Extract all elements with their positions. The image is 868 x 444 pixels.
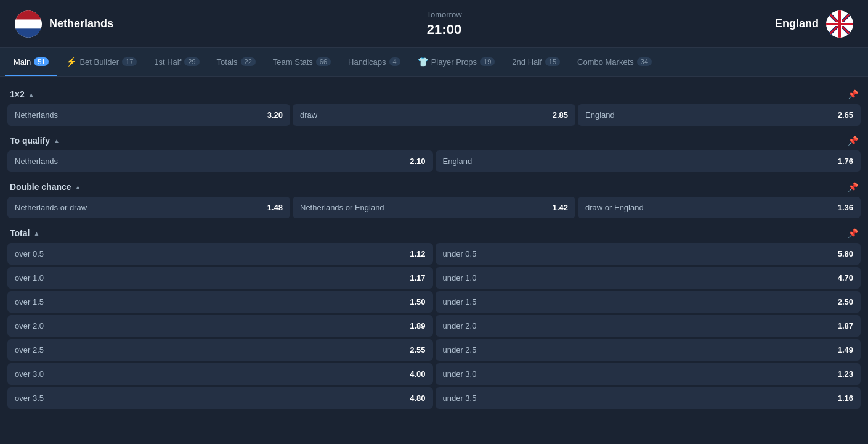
bet-nl-or-england[interactable]: Netherlands or England 1.42 — [293, 197, 575, 218]
tab-player-props-count: 19 — [480, 57, 495, 66]
svg-rect-3 — [15, 19, 42, 28]
tab-player-props[interactable]: 👕 Player Props 19 — [409, 48, 504, 76]
match-time-value: 21:00 — [426, 22, 461, 38]
tab-totals-label: Totals — [217, 57, 238, 67]
section-1x2-pin[interactable]: 📌 — [848, 89, 858, 99]
tab-main[interactable]: Main 51 — [5, 49, 57, 76]
section-qualify-title: To qualify ▲ — [10, 136, 60, 146]
section-double-chance-header: Double chance ▲ 📌 — [7, 175, 861, 197]
bet-over0.5[interactable]: over 0.5 1.12 — [7, 243, 433, 265]
bet-over1.0[interactable]: over 1.0 1.17 — [7, 267, 433, 289]
qualify-bet-row: Netherlands 2.10 England 1.76 — [7, 150, 861, 172]
tab-handicaps-count: 4 — [389, 57, 400, 66]
tab-handicaps[interactable]: Handicaps 4 — [339, 49, 409, 76]
bet-over3.5[interactable]: over 3.5 4.80 — [7, 387, 433, 409]
tab-bet-builder[interactable]: ⚡ Bet Builder 17 — [57, 48, 145, 76]
tab-2nd-half[interactable]: 2nd Half 15 — [503, 49, 569, 76]
tab-totals[interactable]: Totals 22 — [208, 49, 264, 76]
total-row-6: over 3.5 4.80 under 3.5 1.16 — [7, 387, 861, 409]
bet-under2.5[interactable]: under 2.5 1.49 — [436, 339, 861, 361]
tab-main-count: 51 — [34, 57, 49, 66]
tab-main-label: Main — [14, 57, 31, 67]
tabs-bar: Main 51 ⚡ Bet Builder 17 1st Half 29 Tot… — [0, 48, 868, 77]
bet-under0.5[interactable]: under 0.5 5.80 — [436, 243, 861, 265]
total-row-5: over 3.0 4.00 under 3.0 1.23 — [7, 363, 861, 385]
bet-builder-icon: ⚡ — [66, 57, 76, 67]
netherlands-flag — [15, 10, 42, 38]
match-header: Netherlands Tomorrow 21:00 — [0, 0, 868, 48]
tab-1st-half-label: 1st Half — [154, 57, 181, 67]
tab-team-stats[interactable]: Team Stats 66 — [264, 49, 339, 76]
1x2-bet-row: Netherlands 3.20 draw 2.85 England 2.65 — [7, 104, 861, 126]
team-away-block: England — [775, 10, 853, 38]
tab-combo-markets-count: 34 — [637, 57, 652, 66]
section-total-header: Total ▲ 📌 — [7, 221, 861, 243]
tab-1st-half[interactable]: 1st Half 29 — [145, 49, 208, 76]
section-1x2-title: 1×2 ▲ — [10, 89, 34, 99]
tab-player-props-label: Player Props — [431, 57, 477, 67]
svg-rect-17 — [826, 23, 853, 25]
player-props-icon: 👕 — [418, 57, 428, 67]
bet-netherlands-1x2[interactable]: Netherlands 3.20 — [7, 104, 290, 126]
bet-england-qualify[interactable]: England 1.76 — [436, 150, 861, 172]
total-row-2: over 1.5 1.50 under 1.5 2.50 — [7, 291, 861, 313]
total-row-0: over 0.5 1.12 under 0.5 5.80 — [7, 243, 861, 265]
section-1x2-header: 1×2 ▲ 📌 — [7, 82, 861, 104]
tab-combo-markets-label: Combo Markets — [577, 57, 634, 67]
tab-totals-count: 22 — [241, 57, 256, 66]
main-content: 1×2 ▲ 📌 Netherlands 3.20 draw 2.85 Engla… — [0, 77, 868, 416]
match-time-block: Tomorrow 21:00 — [426, 10, 461, 38]
tab-team-stats-label: Team Stats — [273, 57, 313, 67]
bet-under1.0[interactable]: under 1.0 4.70 — [436, 267, 861, 289]
total-rows-container: over 0.5 1.12 under 0.5 5.80 over 1.0 1.… — [7, 243, 861, 409]
bet-under1.5[interactable]: under 1.5 2.50 — [436, 291, 861, 313]
section-1x2-arrow: ▲ — [28, 91, 34, 98]
section-double-chance-arrow: ▲ — [75, 184, 81, 191]
bet-under3.5[interactable]: under 3.5 1.16 — [436, 387, 861, 409]
section-qualify-header: To qualify ▲ 📌 — [7, 128, 861, 150]
svg-rect-4 — [15, 28, 42, 38]
bet-under3.0[interactable]: under 3.0 1.23 — [436, 363, 861, 385]
team-home-name: Netherlands — [49, 17, 113, 30]
tab-combo-markets[interactable]: Combo Markets 34 — [569, 49, 660, 76]
bet-over1.5[interactable]: over 1.5 1.50 — [7, 291, 433, 313]
bet-over2.5[interactable]: over 2.5 2.55 — [7, 339, 433, 361]
tab-2nd-half-label: 2nd Half — [512, 57, 541, 67]
section-total-pin[interactable]: 📌 — [848, 228, 858, 238]
svg-rect-2 — [15, 10, 42, 20]
tab-2nd-half-count: 15 — [545, 57, 560, 66]
tab-team-stats-count: 66 — [316, 57, 331, 66]
total-row-1: over 1.0 1.17 under 1.0 4.70 — [7, 267, 861, 289]
section-total-arrow: ▲ — [33, 230, 39, 237]
section-qualify-pin[interactable]: 📌 — [848, 136, 858, 146]
bet-netherlands-qualify[interactable]: Netherlands 2.10 — [7, 150, 433, 172]
bet-under2.0[interactable]: under 2.0 1.87 — [436, 315, 861, 337]
bet-nl-or-draw[interactable]: Netherlands or draw 1.48 — [7, 197, 290, 218]
total-row-4: over 2.5 2.55 under 2.5 1.49 — [7, 339, 861, 361]
bet-draw-or-england[interactable]: draw or England 1.36 — [578, 197, 861, 218]
bet-over2.0[interactable]: over 2.0 1.89 — [7, 315, 433, 337]
england-flag — [826, 10, 853, 38]
team-home-block: Netherlands — [15, 10, 113, 38]
tab-bet-builder-count: 17 — [122, 57, 137, 66]
bet-over3.0[interactable]: over 3.0 4.00 — [7, 363, 433, 385]
section-double-chance-pin[interactable]: 📌 — [848, 182, 858, 192]
section-total-title: Total ▲ — [10, 228, 39, 238]
tab-handicaps-label: Handicaps — [348, 57, 386, 67]
tab-1st-half-count: 29 — [184, 57, 199, 66]
team-away-name: England — [775, 17, 819, 30]
bet-england-1x2[interactable]: England 2.65 — [578, 104, 861, 126]
bet-draw-1x2[interactable]: draw 2.85 — [293, 104, 575, 126]
double-chance-bet-row: Netherlands or draw 1.48 Netherlands or … — [7, 197, 861, 218]
match-time-label: Tomorrow — [426, 10, 461, 19]
section-qualify-arrow: ▲ — [54, 138, 60, 144]
total-row-3: over 2.0 1.89 under 2.0 1.87 — [7, 315, 861, 337]
section-double-chance-title: Double chance ▲ — [10, 182, 81, 192]
tab-bet-builder-label: Bet Builder — [79, 57, 119, 67]
